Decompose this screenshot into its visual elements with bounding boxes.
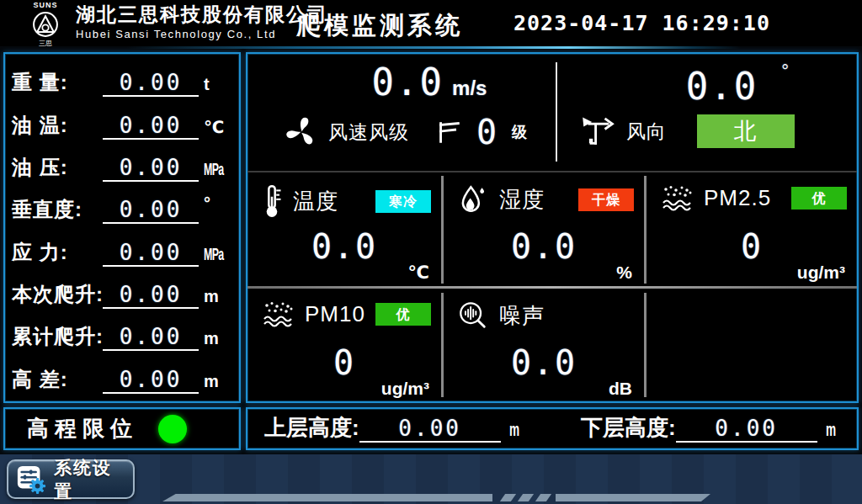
lower-height-value: 0.00 [676, 416, 817, 443]
row-label: 应 力: [12, 239, 103, 268]
elevation-limit-box: 高程限位 [3, 407, 241, 450]
sensor-value: 0.0 [444, 227, 644, 266]
sensor-unit: % [616, 263, 632, 283]
row-label: 重 量: [12, 69, 103, 98]
sensor-cell-pm25: PM2.5 优 0 ug/m³ [646, 172, 857, 286]
wind-speed-unit: m/s [452, 77, 487, 99]
sensor-value: 0.0 [247, 227, 441, 266]
particles-icon [261, 300, 295, 328]
wind-level-icon [434, 118, 463, 146]
settings-button-label: 系统设置 [54, 456, 125, 503]
footer-stripe-slash [518, 494, 534, 501]
sensor-cell-humidity: 湿度 干燥 0.0 % [444, 172, 644, 286]
row-value: 0.00 [103, 282, 199, 309]
sensor-label: 噪声 [499, 301, 545, 331]
wind-direction-row: 风向 北 [581, 114, 795, 148]
footer-stripe-slash [500, 494, 516, 501]
lower-height-group: 下层高度: 0.00 m [552, 413, 842, 444]
measurement-row-height-diff: 高 差: 0.00 m [12, 355, 232, 395]
row-label: 高 差: [12, 366, 103, 395]
noise-icon [457, 300, 489, 332]
company-logo: SUNS 三思 [20, 0, 71, 47]
status-light [158, 415, 187, 443]
wind-direction-label: 风向 [626, 119, 667, 145]
row-unit: m [204, 287, 232, 310]
sensor-label: PM10 [305, 301, 365, 327]
settings-gear-icon [16, 464, 46, 495]
row-value: 0.00 [103, 367, 199, 394]
wind-direction-value: 0.0° [641, 61, 835, 108]
sensor-unit: ug/m³ [797, 263, 845, 283]
page-title: 爬模监测系统 [296, 9, 463, 43]
sensor-status-badge: 优 [791, 187, 847, 210]
wind-vane-icon [581, 114, 618, 148]
row-unit: ℃ [204, 117, 232, 141]
row-unit: ° [204, 199, 232, 225]
environment-panel: 0.0m/s 风速风级 [246, 52, 859, 403]
measurement-panel: 重 量: 0.00 t 油 温: 0.00 ℃ 油 压: 0.00 MPa 垂直… [3, 52, 241, 403]
row-label: 累计爬升: [12, 323, 103, 353]
wind-direction-badge: 北 [697, 114, 795, 148]
row-value: 0.00 [103, 155, 199, 182]
row-unit: m [204, 329, 232, 353]
lower-height-unit: m [826, 419, 836, 444]
elevation-limit-label: 高程限位 [5, 414, 138, 443]
measurement-row-weight: 重 量: 0.00 t [12, 58, 232, 98]
row-label: 垂直度: [12, 196, 103, 225]
lower-height-label: 下层高度: [581, 413, 676, 444]
upper-height-unit: m [509, 419, 519, 444]
footer-stripe [556, 494, 710, 501]
wind-speed-number: 0.0 [372, 61, 444, 103]
header-bar: SUNS 三思 湖北三思科技股份有限公司 Hubei Sansi Technol… [0, 0, 862, 46]
sensor-cell-noise: 噪声 0.0 dB [444, 288, 644, 402]
wind-section-divider [556, 62, 557, 162]
upper-height-group: 上层高度: 0.00 m [263, 413, 552, 444]
row-label: 油 压: [12, 154, 103, 183]
sensor-cell-empty [646, 288, 857, 402]
row-unit: m [204, 372, 232, 395]
sensor-unit: ug/m³ [381, 379, 429, 399]
measurement-row-current-climb: 本次爬升: 0.00 m [12, 270, 232, 310]
row-value: 0.00 [103, 324, 199, 351]
row-value: 0.00 [103, 197, 199, 224]
company-name: 湖北三思科技股份有限公司 Hubei Sansi Technology Co.,… [76, 4, 328, 40]
sensor-status-badge: 干燥 [578, 188, 634, 211]
measurement-row-stress: 应 力: 0.00 MPa [12, 228, 232, 268]
sensor-label: PM2.5 [704, 185, 771, 211]
sensor-cell-temperature: 温度 寒冷 0.0 ℃ [247, 172, 441, 286]
sensor-status-badge: 寒冷 [375, 190, 431, 213]
logo-top-text: SUNS [20, 2, 71, 9]
company-name-en: Hubei Sansi Technology Co., Ltd [76, 28, 328, 40]
wind-speed-row: 风速风级 0 级 [283, 113, 527, 151]
wind-level-value: 0 [476, 113, 498, 151]
company-name-cn: 湖北三思科技股份有限公司 [76, 4, 328, 25]
hmi-screen: SUNS 三思 湖北三思科技股份有限公司 Hubei Sansi Technol… [0, 0, 862, 504]
measurement-row-total-climb: 累计爬升: 0.00 m [12, 312, 232, 353]
sensor-cell-pm10: PM10 优 0 ug/m³ [247, 288, 441, 402]
heights-box: 上层高度: 0.00 m 下层高度: 0.00 m [246, 407, 859, 450]
upper-height-value: 0.00 [359, 416, 501, 443]
measurement-row-oil-temp: 油 温: 0.00 ℃ [12, 101, 232, 141]
sensor-unit: dB [609, 379, 632, 399]
measurement-row-oil-pressure: 油 压: 0.00 MPa [12, 143, 232, 183]
sensor-label: 温度 [293, 187, 338, 216]
footer-stripe-slash [535, 494, 551, 501]
sensor-status-badge: 优 [375, 303, 431, 326]
sensor-value: 0 [646, 227, 857, 266]
system-settings-button[interactable]: 系统设置 [7, 459, 135, 499]
logo-bottom-text: 三思 [20, 40, 71, 47]
sensor-label: 湿度 [499, 185, 545, 215]
wind-direction-number: 0.0 [686, 65, 758, 108]
sansi-logo-icon [20, 9, 71, 40]
fan-icon [283, 114, 320, 151]
wind-speed-value: 0.0m/s [303, 61, 556, 103]
sensor-unit: ℃ [408, 263, 429, 283]
header-divider [126, 46, 741, 49]
wind-direction-unit: ° [781, 61, 790, 82]
wind-speed-label: 风速风级 [328, 119, 409, 146]
particles-icon [660, 183, 694, 212]
row-value: 0.00 [103, 113, 199, 140]
row-unit: t [204, 75, 232, 98]
upper-height-label: 上层高度: [264, 413, 359, 444]
row-unit: MPa [204, 245, 224, 264]
